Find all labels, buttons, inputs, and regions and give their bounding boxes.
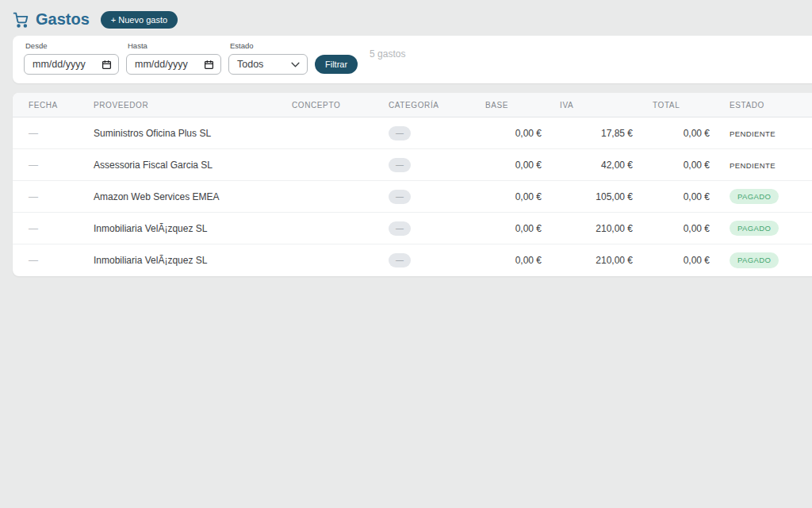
estado-badge: PENDIENTE xyxy=(730,129,776,138)
cell-total: 0,00 € xyxy=(653,244,730,276)
col-header-proveedor: PROVEEDOR xyxy=(94,93,292,117)
cell-concepto xyxy=(292,244,389,276)
cart-icon xyxy=(13,12,29,28)
cell-estado: PAGADO xyxy=(730,181,812,213)
cell-concepto xyxy=(292,149,389,181)
cell-total: 0,00 € xyxy=(653,181,730,213)
expenses-table: FECHA PROVEEDOR CONCEPTO CATEGORÍA BASE … xyxy=(13,93,812,276)
cell-categoria: — xyxy=(389,213,485,244)
fecha-value: — xyxy=(29,160,38,171)
cell-proveedor: Suministros Oficina Plus SL xyxy=(94,117,292,149)
cell-fecha: — xyxy=(13,213,94,244)
cell-total: 0,00 € xyxy=(653,117,730,149)
cell-proveedor: Inmobiliaria VelÃ¡zquez SL xyxy=(94,213,292,244)
estado-selected-value: Todos xyxy=(237,59,263,70)
fecha-value: — xyxy=(29,223,38,234)
categoria-pill: — xyxy=(389,158,411,172)
desde-date-placeholder: mm/dd/yyyy xyxy=(33,59,86,70)
categoria-pill: — xyxy=(389,253,411,267)
cell-fecha: — xyxy=(13,149,94,181)
cell-concepto xyxy=(292,213,389,244)
col-header-estado: ESTADO xyxy=(730,93,812,117)
cell-total: 0,00 € xyxy=(653,213,730,244)
cell-iva: 17,85 € xyxy=(560,117,653,149)
col-header-iva: IVA xyxy=(560,93,653,117)
categoria-pill: — xyxy=(389,190,411,204)
cell-estado: PENDIENTE xyxy=(730,149,812,181)
new-expense-button[interactable]: + Nuevo gasto xyxy=(101,11,178,29)
cell-base: 0,00 € xyxy=(485,244,560,276)
cell-proveedor: Amazon Web Services EMEA xyxy=(94,181,292,213)
filter-estado-group: Estado Todos xyxy=(228,41,308,75)
cell-fecha: — xyxy=(13,244,94,276)
cell-concepto xyxy=(292,181,389,213)
cell-base: 0,00 € xyxy=(485,149,560,181)
filter-desde-group: Desde mm/dd/yyyy xyxy=(24,41,119,75)
cell-base: 0,00 € xyxy=(485,117,560,149)
estado-label: Estado xyxy=(230,41,308,50)
cell-categoria: — xyxy=(389,181,485,213)
col-header-total: TOTAL xyxy=(653,93,730,117)
table-row: — Assessoria Fiscal Garcia SL — 0,00 € 4… xyxy=(13,149,812,181)
fecha-value: — xyxy=(29,191,38,202)
estado-select[interactable]: Todos xyxy=(228,54,308,75)
desde-label: Desde xyxy=(25,41,119,50)
categoria-pill: — xyxy=(389,221,411,236)
cell-total: 0,00 € xyxy=(653,149,730,181)
col-header-categoria: CATEGORÍA xyxy=(389,93,485,117)
cell-categoria: — xyxy=(389,117,485,149)
cell-base: 0,00 € xyxy=(485,213,560,244)
calendar-icon[interactable] xyxy=(102,60,112,70)
fecha-value: — xyxy=(29,255,38,266)
hasta-date-placeholder: mm/dd/yyyy xyxy=(135,59,188,70)
col-header-fecha: FECHA xyxy=(13,93,94,117)
table-row: — Inmobiliaria VelÃ¡zquez SL — 0,00 € 21… xyxy=(13,213,812,244)
page-header: Gastos + Nuevo gasto xyxy=(0,0,812,36)
cell-iva: 210,00 € xyxy=(560,244,653,276)
hasta-label: Hasta xyxy=(128,41,221,50)
fecha-value: — xyxy=(29,128,38,139)
cell-estado: PENDIENTE xyxy=(730,117,812,149)
cell-iva: 105,00 € xyxy=(560,181,653,213)
cell-concepto xyxy=(292,117,389,149)
cell-iva: 42,00 € xyxy=(560,149,653,181)
chevron-down-icon xyxy=(291,62,300,67)
filter-hasta-group: Hasta mm/dd/yyyy xyxy=(126,41,221,75)
cell-estado: PAGADO xyxy=(730,244,812,276)
page-title: Gastos xyxy=(13,10,90,29)
estado-badge: PAGADO xyxy=(730,221,779,237)
hasta-date-input[interactable]: mm/dd/yyyy xyxy=(126,54,221,75)
table-row: — Inmobiliaria VelÃ¡zquez SL — 0,00 € 21… xyxy=(13,244,812,276)
cell-base: 0,00 € xyxy=(485,181,560,213)
cell-proveedor: Inmobiliaria VelÃ¡zquez SL xyxy=(94,244,292,276)
filtrar-button[interactable]: Filtrar xyxy=(315,55,358,74)
cell-proveedor: Assessoria Fiscal Garcia SL xyxy=(94,149,292,181)
expense-count: 5 gastos xyxy=(370,48,405,60)
col-header-base: BASE xyxy=(485,93,560,117)
estado-badge: PAGADO xyxy=(730,189,779,205)
cell-categoria: — xyxy=(389,149,485,181)
cell-categoria: — xyxy=(389,244,485,276)
cell-fecha: — xyxy=(13,181,94,213)
table-row: — Suministros Oficina Plus SL — 0,00 € 1… xyxy=(13,117,812,149)
estado-badge: PAGADO xyxy=(730,252,779,268)
categoria-pill: — xyxy=(389,126,411,140)
filter-card: Desde mm/dd/yyyy Hasta mm/dd/yyyy Esta xyxy=(13,36,812,83)
page-title-text: Gastos xyxy=(36,10,90,29)
table-header-row: FECHA PROVEEDOR CONCEPTO CATEGORÍA BASE … xyxy=(13,93,812,117)
cell-iva: 210,00 € xyxy=(560,213,653,244)
cell-estado: PAGADO xyxy=(730,213,812,244)
expenses-table-card: FECHA PROVEEDOR CONCEPTO CATEGORÍA BASE … xyxy=(13,93,812,276)
expense-table-body: — Suministros Oficina Plus SL — 0,00 € 1… xyxy=(13,117,812,276)
table-row: — Amazon Web Services EMEA — 0,00 € 105,… xyxy=(13,181,812,213)
desde-date-input[interactable]: mm/dd/yyyy xyxy=(24,54,119,75)
calendar-icon[interactable] xyxy=(204,60,214,70)
col-header-concepto: CONCEPTO xyxy=(292,93,389,117)
estado-badge: PENDIENTE xyxy=(730,161,776,170)
cell-fecha: — xyxy=(13,117,94,149)
